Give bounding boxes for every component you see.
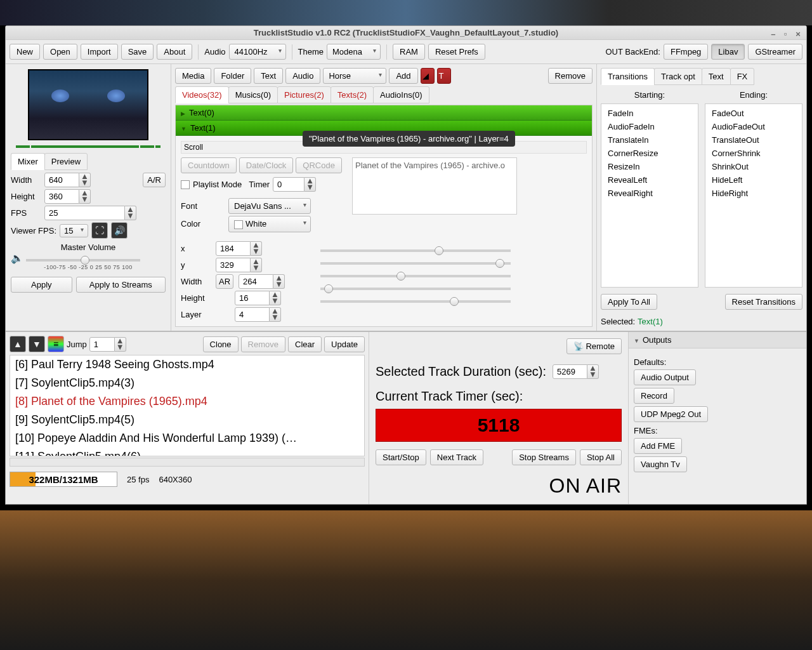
text-tab[interactable]: Text <box>702 68 731 85</box>
font-select[interactable]: DejaVu Sans ... <box>228 198 311 214</box>
text-button[interactable]: Text <box>254 68 283 84</box>
media-button[interactable]: Media <box>175 68 211 84</box>
fps-spinner[interactable]: ▲▼ <box>44 206 136 220</box>
audio-output-button[interactable]: Audio Output <box>634 369 696 385</box>
rainbow-icon[interactable]: ≡ <box>48 336 64 352</box>
playlist-hscroll[interactable] <box>10 458 365 467</box>
playlist-item[interactable]: [9] SoylentClip5.mp4(5) <box>10 411 364 429</box>
color-select[interactable]: White <box>228 216 311 232</box>
w-slider[interactable] <box>320 275 511 277</box>
jump-spinner[interactable]: ▲▼ <box>89 337 126 352</box>
layer-spinner[interactable]: ▲▼ <box>235 307 281 322</box>
ram-button[interactable]: RAM <box>393 44 425 60</box>
h-spinner[interactable]: ▲▼ <box>235 291 281 305</box>
playlist-item[interactable]: [8] Planet of the Vampires (1965).mp4 <box>10 392 364 411</box>
animal-select[interactable]: Horse <box>323 68 386 84</box>
playlist-item[interactable]: [10] Popeye Aladdin And His Wonderful La… <box>10 429 364 448</box>
trackopt-tab[interactable]: Track opt <box>654 68 702 85</box>
trans-item[interactable]: HideRight <box>708 187 799 200</box>
width-spinner[interactable]: ▲▼ <box>44 173 91 187</box>
playlist-item[interactable]: [6] Paul Terry 1948 Seeing Ghosts.mp4 <box>10 355 364 374</box>
trans-item[interactable]: HideLeft <box>708 173 799 187</box>
remove-button[interactable]: Remove <box>548 68 593 84</box>
ar-button[interactable]: A/R <box>143 173 166 187</box>
y-spinner[interactable]: ▲▼ <box>216 258 262 272</box>
texts-tab[interactable]: Texts(2) <box>331 86 374 103</box>
trans-item[interactable]: TranslateIn <box>604 133 695 147</box>
maximize-icon[interactable]: ▫ <box>780 27 790 37</box>
libav-button[interactable]: Libav <box>711 44 745 60</box>
layer-text0[interactable]: Text(0) <box>176 105 592 121</box>
qr-button[interactable]: QRCode <box>296 157 342 173</box>
trans-item[interactable]: CornerShrink <box>708 147 799 160</box>
udp-button[interactable]: UDP Mpeg2 Out <box>634 406 708 422</box>
x-spinner[interactable]: ▲▼ <box>216 241 262 256</box>
y-slider[interactable] <box>320 262 511 265</box>
close-icon[interactable]: × <box>793 27 803 37</box>
add-button[interactable]: Add <box>389 68 417 84</box>
height-spinner[interactable]: ▲▼ <box>44 189 91 204</box>
playlist-mode-check[interactable] <box>181 180 190 189</box>
pl-remove-button[interactable]: Remove <box>241 336 285 352</box>
startstop-button[interactable]: Start/Stop <box>376 449 426 465</box>
folder-button[interactable]: Folder <box>214 68 251 84</box>
import-button[interactable]: Import <box>81 44 118 60</box>
apply-streams-button[interactable]: Apply to Streams <box>76 277 166 293</box>
new-button[interactable]: New <box>10 44 40 60</box>
audio-button[interactable]: Audio <box>285 68 320 84</box>
trans-item[interactable]: AudioFadeOut <box>708 120 799 133</box>
ending-list[interactable]: FadeOutAudioFadeOutTranslateOutCornerShr… <box>705 103 802 288</box>
audio-select[interactable]: 44100Hz <box>229 44 286 60</box>
update-button[interactable]: Update <box>324 336 365 352</box>
timer-spinner[interactable]: ▲▼ <box>273 177 316 192</box>
date-button[interactable]: Date/Clock <box>239 157 294 173</box>
reset-trans-button[interactable]: Reset Transitions <box>725 294 802 310</box>
vaughn-button[interactable]: Vaughn Tv <box>634 456 687 472</box>
videos-tab[interactable]: Videos(32) <box>175 86 229 103</box>
stopall-button[interactable]: Stop All <box>580 449 622 465</box>
viewerfps-select[interactable]: 15 <box>60 224 88 237</box>
transitions-tab[interactable]: Transitions <box>601 68 655 85</box>
trans-item[interactable]: TranslateOut <box>708 133 799 147</box>
trans-item[interactable]: ResizeIn <box>604 160 695 173</box>
reset-prefs-button[interactable]: Reset Prefs <box>428 44 485 60</box>
down-icon[interactable]: ▼ <box>29 336 45 352</box>
color1-button[interactable]: ◢ <box>421 68 435 84</box>
layer-slider[interactable] <box>320 300 511 303</box>
trans-item[interactable]: RevealLeft <box>604 173 695 187</box>
addfme-button[interactable]: Add FME <box>634 438 682 454</box>
color2-button[interactable]: T <box>437 68 451 84</box>
gstreamer-button[interactable]: GStreamer <box>748 44 802 60</box>
apply-button[interactable]: Apply <box>11 277 72 293</box>
volume-slider[interactable] <box>26 259 140 262</box>
save-button[interactable]: Save <box>121 44 154 60</box>
up-icon[interactable]: ▲ <box>10 336 26 352</box>
mixer-tab[interactable]: Mixer <box>11 153 45 170</box>
playlist[interactable]: [6] Paul Terry 1948 Seeing Ghosts.mp4[7]… <box>10 355 365 456</box>
trans-item[interactable]: CornerResize <box>604 147 695 160</box>
fx-tab[interactable]: FX <box>730 68 755 85</box>
audioins-tab[interactable]: AudioIns(0) <box>373 86 429 103</box>
duration-spinner[interactable]: ▲▼ <box>553 364 599 379</box>
minimize-icon[interactable]: – <box>768 27 778 37</box>
x-slider[interactable] <box>320 249 511 252</box>
apply-all-button[interactable]: Apply To All <box>601 294 657 310</box>
fullscreen-icon[interactable]: ⛶ <box>91 222 108 239</box>
trans-item[interactable]: FadeIn <box>604 107 695 120</box>
next-button[interactable]: Next Track <box>430 449 483 465</box>
clone-button[interactable]: Clone <box>203 336 239 352</box>
w-spinner[interactable]: ▲▼ <box>239 274 285 289</box>
musics-tab[interactable]: Musics(0) <box>228 86 278 103</box>
outputs-header[interactable]: Outputs <box>629 332 806 348</box>
record-button[interactable]: Record <box>634 388 674 404</box>
speaker-icon[interactable]: 🔊 <box>111 222 128 239</box>
trans-item[interactable]: FadeOut <box>708 107 799 120</box>
ffmpeg-button[interactable]: FFmpeg <box>664 44 708 60</box>
trans-item[interactable]: RevealRight <box>604 187 695 200</box>
about-button[interactable]: About <box>157 44 192 60</box>
pictures-tab[interactable]: Pictures(2) <box>277 86 331 103</box>
starting-list[interactable]: FadeInAudioFadeInTranslateInCornerResize… <box>601 103 698 288</box>
open-button[interactable]: Open <box>43 44 77 60</box>
playlist-item[interactable]: [7] SoylentClip5.mp4(3) <box>10 374 364 392</box>
countdown-button[interactable]: Countdown <box>181 157 237 173</box>
